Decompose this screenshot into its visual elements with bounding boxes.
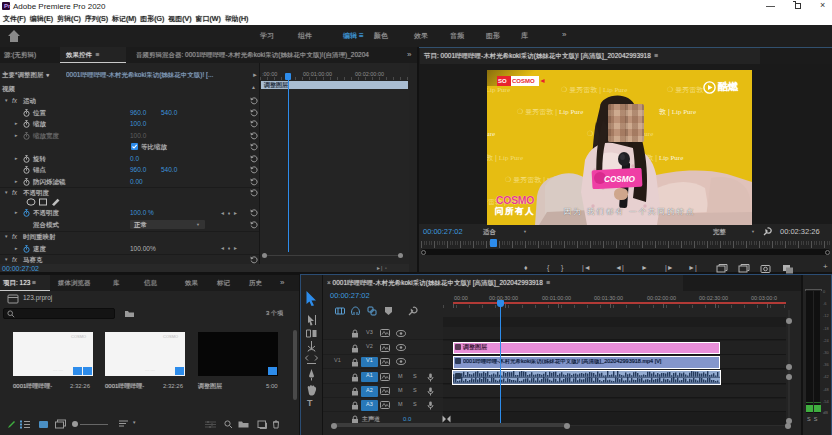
svg-text:COSMO: COSMO bbox=[604, 175, 636, 184]
